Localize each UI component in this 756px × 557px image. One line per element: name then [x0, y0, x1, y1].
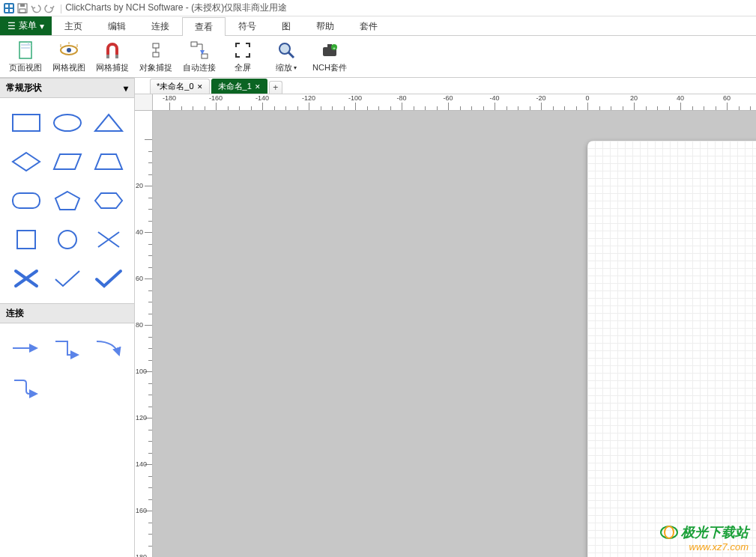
menu-tab-3[interactable]: 查看	[182, 17, 226, 36]
save-icon[interactable]	[16, 2, 28, 14]
doc-tab-1[interactable]: 未命名_1✕	[211, 79, 267, 94]
svg-marker-37	[95, 193, 122, 208]
menu-tabs: 主页编辑连接查看符号图帮助套件	[52, 16, 390, 35]
shape-check-thick[interactable]	[90, 263, 127, 294]
shape-circle[interactable]	[49, 224, 85, 255]
ruler-v-label: 80	[136, 321, 143, 329]
ribbon-page[interactable]: 页面视图	[4, 37, 46, 76]
menu-button-label: 菜单	[19, 19, 37, 32]
svg-rect-22	[202, 54, 208, 58]
connector-rounded-elbow[interactable]	[7, 371, 44, 403]
connections-panel-header[interactable]: 连接	[0, 303, 134, 323]
svg-point-39	[58, 231, 76, 249]
ribbon-magnet[interactable]: 网格捕捉	[91, 37, 133, 76]
menu-tab-2[interactable]: 连接	[139, 16, 182, 35]
connections-panel-title: 连接	[6, 307, 24, 320]
title-bar: | ClickCharts by NCH Software - (未授权)仅限非…	[0, 0, 756, 16]
ruler-h-label: -180	[163, 94, 176, 102]
left-panel: 常规形状 ▾ 连接	[0, 78, 135, 557]
ruler-h-label: 20	[630, 94, 638, 102]
document-tabs: *未命名_0✕未命名_1✕+	[135, 78, 756, 94]
menu-tab-5[interactable]: 图	[269, 16, 303, 35]
shapes-panel-header[interactable]: 常规形状 ▾	[0, 78, 134, 98]
chevron-down-icon: ▾	[294, 64, 297, 71]
auto-connect-icon	[189, 40, 210, 61]
menu-tab-0[interactable]: 主页	[52, 16, 95, 35]
canvas-page[interactable]	[587, 141, 756, 557]
menu-tab-7[interactable]: 套件	[347, 16, 390, 35]
ruler-h-label: 60	[723, 94, 731, 102]
canvas-area: *未命名_0✕未命名_1✕+ -180-160-140-120-100-80-6…	[135, 78, 756, 557]
doc-tab-0[interactable]: *未命名_0✕	[150, 79, 210, 94]
svg-rect-4	[10, 9, 13, 12]
ribbon-label: 自动连接	[183, 62, 216, 73]
svg-rect-6	[20, 4, 25, 7]
shape-rounded-rect[interactable]	[7, 185, 44, 216]
ribbon-label: 网格视图	[52, 62, 85, 73]
shape-rectangle[interactable]	[7, 107, 44, 139]
app-icon	[3, 2, 15, 14]
svg-point-23	[279, 43, 290, 54]
ribbon-label: 页面视图	[9, 62, 42, 73]
ruler-h-label: -60	[443, 94, 453, 102]
close-icon[interactable]: ✕	[255, 83, 261, 91]
ruler-v-label: 20	[136, 182, 143, 189]
watermark-logo-icon	[660, 525, 678, 540]
shape-cross[interactable]	[90, 224, 127, 255]
workspace[interactable]	[153, 111, 756, 557]
shape-trapezoid[interactable]	[90, 146, 127, 177]
menu-tab-6[interactable]: 帮助	[303, 16, 347, 35]
menu-tab-4[interactable]: 符号	[226, 16, 269, 35]
shape-check[interactable]	[49, 263, 85, 294]
add-tab-button[interactable]: +	[269, 81, 282, 94]
undo-icon[interactable]	[30, 2, 42, 14]
svg-line-24	[288, 52, 294, 58]
svg-marker-32	[13, 153, 40, 171]
ribbon-eye[interactable]: 网格视图	[48, 37, 90, 76]
ribbon-fullscreen[interactable]: 全屏	[222, 37, 264, 76]
shape-ellipse[interactable]	[49, 107, 85, 139]
shape-pentagon[interactable]	[49, 185, 85, 216]
shape-diamond[interactable]	[7, 146, 44, 177]
ruler-v-label: 60	[136, 275, 143, 282]
watermark: 极光下载站 www.xz7.com	[660, 523, 749, 553]
svg-rect-1	[5, 4, 8, 7]
svg-rect-19	[153, 52, 159, 57]
ribbon-label: 网格捕捉	[96, 62, 129, 73]
menu-bar: ☰ 菜单 ▾ 主页编辑连接查看符号图帮助套件	[0, 16, 756, 36]
watermark-line2: www.xz7.com	[660, 541, 749, 553]
menu-button[interactable]: ☰ 菜单 ▾	[0, 16, 52, 35]
ruler-h-label: -80	[396, 94, 406, 102]
shape-hexagon[interactable]	[90, 185, 127, 216]
ribbon-auto-connect[interactable]: 自动连接	[178, 37, 220, 76]
redo-icon[interactable]	[43, 2, 55, 14]
connector-elbow[interactable]	[49, 332, 85, 364]
close-icon[interactable]: ✕	[197, 83, 203, 91]
connector-arrow[interactable]	[7, 332, 44, 364]
connections-grid	[0, 323, 134, 412]
zoom-icon	[276, 40, 297, 61]
connector-curve[interactable]	[90, 332, 127, 364]
svg-rect-3	[5, 9, 8, 12]
ribbon-suite[interactable]: +NCH套件	[309, 37, 351, 76]
doc-tab-label: *未命名_0	[157, 81, 194, 92]
ribbon-snap-object[interactable]: 对象捕捉	[135, 37, 177, 76]
ruler-h-label: -100	[348, 94, 362, 102]
svg-point-12	[67, 48, 71, 52]
shape-square[interactable]	[7, 224, 44, 255]
ruler-v-label: 100	[136, 368, 147, 375]
svg-point-41	[661, 526, 677, 538]
menu-tab-1[interactable]: 编辑	[95, 16, 139, 35]
shape-triangle[interactable]	[90, 107, 127, 139]
svg-rect-18	[153, 43, 159, 48]
shape-parallelogram[interactable]	[49, 146, 85, 177]
ribbon-label: 对象捕捉	[139, 62, 172, 73]
ruler-v-label: 140	[136, 460, 147, 468]
shape-x-thick[interactable]	[7, 263, 44, 294]
svg-rect-17	[115, 55, 118, 58]
ruler-h-label: -20	[536, 94, 545, 102]
svg-rect-38	[17, 231, 35, 249]
shapes-grid	[0, 98, 134, 303]
svg-rect-7	[19, 9, 25, 13]
ribbon-zoom[interactable]: 缩放▾	[265, 37, 307, 76]
